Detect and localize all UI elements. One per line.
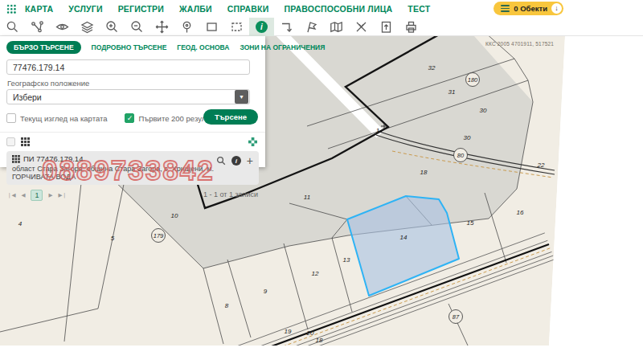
grid-view-icon[interactable]: [21, 137, 30, 146]
parcel-label-13: 13: [343, 256, 350, 264]
pagination: ❘◀ ◀ 1 ▶ ▶❘ 1 - 1 от 1 записи: [7, 190, 258, 201]
parcel-label-1: 1: [376, 127, 379, 134]
zoom-out-icon[interactable]: [125, 18, 149, 36]
layers-icon[interactable]: [75, 18, 100, 36]
nav-item-тест[interactable]: ТЕСТ: [408, 4, 430, 14]
search-panel: БЪРЗО ТЪРСЕНЕПОДРОБНО ТЪРСЕНЕГЕОД. ОСНОВ…: [0, 36, 265, 167]
parcel-label-8: 8: [225, 302, 229, 309]
current-view-label: Текущ изглед на картата: [20, 114, 107, 123]
first-200-checkbox[interactable]: ✓: [125, 113, 134, 123]
parcel-search-input[interactable]: [6, 59, 250, 75]
select-all-checkbox[interactable]: [6, 137, 15, 146]
select-rectangle-dashed-icon[interactable]: [224, 18, 249, 36]
result-info-icon[interactable]: i: [231, 156, 241, 166]
tab-подробно-търсене[interactable]: ПОДРОБНО ТЪРСЕНЕ: [92, 43, 167, 51]
corner-arrow-icon[interactable]: [274, 18, 299, 36]
search-tabs: БЪРЗО ТЪРСЕНЕПОДРОБНО ТЪРСЕНЕГЕОД. ОСНОВ…: [0, 36, 265, 54]
parcel-label-14: 14: [400, 234, 408, 241]
result-search-icon[interactable]: [216, 156, 226, 166]
map-book-icon[interactable]: [324, 18, 349, 36]
nav-item-регистри[interactable]: РЕГИСТРИ: [118, 4, 164, 14]
current-view-checkbox[interactable]: [6, 113, 16, 123]
menu-icon: [501, 5, 510, 12]
parcel-label-5: 5: [111, 235, 115, 242]
parcel-label-12: 12: [312, 270, 319, 277]
parcel-label-16: 16: [517, 209, 524, 216]
route-nodes-icon[interactable]: [25, 18, 50, 36]
panel-divider: [0, 132, 265, 133]
measure-icon[interactable]: [349, 18, 374, 36]
nav-item-правоспособни-лица[interactable]: ПРАВОСПОСОБНИ ЛИЦА: [284, 4, 392, 14]
app-grid-icon[interactable]: [6, 4, 17, 14]
expand-results-icon[interactable]: [248, 137, 257, 146]
top-navbar: КАРТАУСЛУГИРЕГИСТРИЖАЛБИСПРАВКИПРАВОСПОС…: [0, 0, 643, 18]
tab-зони-на-ограничения[interactable]: ЗОНИ НА ОГРАНИЧЕНИЯ: [240, 43, 325, 51]
tab-геод-основа[interactable]: ГЕОД. ОСНОВА: [177, 43, 229, 51]
pagination-prev-icon[interactable]: ◀: [21, 192, 25, 198]
parcel-label-10: 10: [171, 212, 178, 219]
parcel-label-30: 30: [480, 107, 487, 114]
crs-coordinates-label: ККС 2005 4701911, 517521: [485, 41, 554, 47]
nav-item-карта[interactable]: КАРТА: [25, 4, 53, 14]
result-subtitle: област Стара Загора, община Стара Загора…: [12, 165, 253, 181]
parcel-label-19: 19: [285, 328, 292, 335]
select-dropdown-icon[interactable]: ▼: [235, 90, 248, 104]
pagination-info: 1 - 1 от 1 записи: [203, 190, 258, 198]
result-item[interactable]: ПИ 77476.179.14 област Стара Загора, общ…: [6, 151, 259, 185]
chevron-down-icon[interactable]: ↓: [551, 3, 562, 14]
pagination-first-icon[interactable]: ❘◀: [7, 192, 15, 198]
info-tool-icon[interactable]: i: [249, 18, 274, 36]
visibility-icon[interactable]: [50, 18, 75, 36]
parcel-label-9: 9: [264, 288, 268, 295]
page-export-icon[interactable]: [374, 18, 399, 36]
geo-location-select[interactable]: Избери ▼: [6, 89, 250, 104]
map-toolbar: i: [0, 18, 643, 36]
circle-label-180: 180: [468, 76, 478, 84]
nav-item-жалби[interactable]: ЖАЛБИ: [179, 4, 212, 14]
parcel-label-22: 22: [537, 162, 545, 169]
flag-icon[interactable]: [299, 18, 324, 36]
parcel-label-18: 18: [420, 169, 428, 176]
location-pin-icon[interactable]: [174, 18, 199, 36]
circle-label-179: 179: [154, 232, 164, 239]
parcel-label-11: 11: [304, 194, 310, 201]
objects-button[interactable]: 0 Обекти ↓: [494, 2, 563, 15]
nav-item-справки[interactable]: СПРАВКИ: [227, 4, 269, 14]
parcel-label-20: 20: [306, 329, 314, 337]
objects-count-label: 0 Обекти: [514, 4, 547, 13]
select-rectangle-icon[interactable]: [199, 18, 224, 36]
parcel-label-32: 32: [428, 64, 436, 72]
parcel-label-31: 31: [448, 88, 456, 96]
search-button[interactable]: Търсене: [203, 109, 258, 125]
printer-icon[interactable]: [399, 18, 424, 36]
circle-label-87: 87: [453, 313, 460, 321]
parcel-label-15: 15: [467, 219, 474, 227]
result-add-icon[interactable]: +: [247, 155, 253, 166]
pagination-next-icon[interactable]: ▶: [48, 192, 52, 198]
tab-бързо-търсене[interactable]: БЪРЗО ТЪРСЕНЕ: [6, 41, 81, 54]
geo-location-label: Географско положение: [7, 79, 265, 88]
pagination-last-icon[interactable]: ▶❘: [58, 192, 66, 198]
parcel-grid-icon: [12, 155, 20, 163]
parcel-label-18: 18: [316, 337, 323, 344]
nav-item-услуги[interactable]: УСЛУГИ: [68, 4, 102, 14]
kais-cadastre-app: КАРТАУСЛУГИРЕГИСТРИЖАЛБИСПРАВКИПРАВОСПОС…: [0, 0, 643, 364]
pan-icon[interactable]: [149, 18, 174, 36]
result-title: ПИ 77476.179.14: [23, 154, 83, 163]
parcel-label-4: 4: [18, 220, 23, 227]
pagination-current-page[interactable]: 1: [31, 190, 43, 201]
zoom-in-icon[interactable]: [100, 18, 125, 36]
nav-menu: КАРТАУСЛУГИРЕГИСТРИЖАЛБИСПРАВКИПРАВОСПОС…: [25, 4, 430, 14]
search-tool-icon[interactable]: [0, 18, 25, 36]
parcel-label-30: 30: [464, 134, 471, 141]
circle-label-80: 80: [457, 152, 465, 159]
